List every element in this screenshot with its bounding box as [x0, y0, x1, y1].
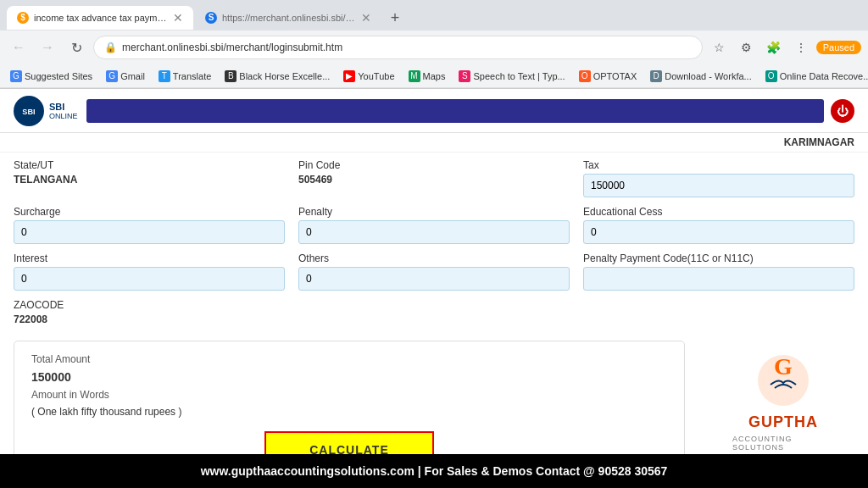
tab-title-1: income tax advance tax paymen... [34, 13, 168, 23]
calculate-button[interactable]: CALCULATE [264, 431, 434, 454]
bookmark-label-speech: Speech to Text | Typ... [473, 71, 565, 81]
tab-favicon-2: S [205, 12, 217, 24]
tab-bar: $ income tax advance tax paymen... ✕ S h… [0, 0, 868, 30]
address-text: merchant.onlinesbi.sbi/merchant/loginsub… [122, 42, 692, 53]
sbi-header: SBI SBI ONLINE ⏻ [0, 89, 868, 133]
guptha-logo-container: G [754, 351, 813, 410]
bookmark-gmail[interactable]: G Gmail [103, 69, 148, 84]
amount-words-value: ( One lakh fifty thousand rupees ) [31, 406, 667, 418]
interest-input[interactable] [14, 267, 285, 291]
bookmark-label-maps: Maps [423, 71, 446, 81]
bookmark-label-optotax: OPTOTAX [593, 71, 637, 81]
top-partial-city: KARIMNAGAR [574, 136, 854, 148]
educational-cess-label: Educational Cess [583, 206, 854, 218]
others-input[interactable] [298, 267, 570, 291]
form-row-3: Interest Others Penalty Payment Code(11C… [14, 252, 854, 291]
interest-group: Interest [14, 252, 285, 291]
amount-words-label: Amount in Words [31, 389, 667, 401]
new-tab-button[interactable]: + [383, 6, 407, 30]
total-area: Total Amount 150000 Amount in Words ( On… [0, 334, 698, 454]
bookmark-download[interactable]: D Download - Workfa... [647, 69, 755, 84]
bookmark-maps[interactable]: M Maps [405, 69, 449, 84]
sbi-logo: SBI SBI ONLINE [14, 96, 78, 126]
back-button[interactable]: ← [7, 36, 31, 59]
tab-inactive[interactable]: S https://merchant.onlinesbi.sbi/m... ✕ [195, 6, 381, 30]
tab-favicon-1: $ [17, 12, 29, 24]
penalty-code-label: Penalty Payment Code(11C or N11C) [583, 252, 854, 264]
bookmark-label-online: Online Data Recove... [780, 71, 868, 81]
bookmark-icon[interactable]: ☆ [708, 36, 732, 59]
guptha-logo: G GUPTHA ACCOUNTING SOLUTIONS [724, 342, 843, 454]
penalty-code-input[interactable] [583, 267, 854, 291]
reload-button[interactable]: ↻ [64, 36, 88, 59]
pincode-label: Pin Code [298, 159, 570, 171]
bookmark-icon-speech: S [459, 70, 470, 82]
bookmark-icon-google: G [10, 70, 22, 82]
bookmark-suggested[interactable]: G Suggested Sites [7, 69, 96, 84]
pincode-group: Pin Code 505469 [298, 159, 570, 197]
more-icon[interactable]: ⋮ [789, 36, 813, 59]
tax-label: Tax [583, 159, 854, 171]
tab-title-2: https://merchant.onlinesbi.sbi/m... [222, 13, 356, 23]
zaocode-value: 722008 [14, 313, 854, 325]
svg-text:G: G [774, 353, 793, 380]
tab-close-2[interactable]: ✕ [361, 11, 371, 25]
content-area: SBI SBI ONLINE ⏻ KARIMNAGAR [0, 89, 868, 454]
tax-group: Tax [583, 159, 854, 197]
tab-close-1[interactable]: ✕ [173, 11, 183, 25]
settings-icon[interactable]: ⚙ [735, 36, 759, 59]
total-box: Total Amount 150000 Amount in Words ( On… [14, 341, 685, 454]
bookmark-blackhorse[interactable]: B Black Horse Excelle... [221, 69, 333, 84]
zaocode-label: ZAOCODE [14, 299, 854, 311]
extension-icon[interactable]: 🧩 [762, 36, 786, 59]
bookmark-icon-optotax: O [579, 70, 591, 82]
others-group: Others [298, 252, 570, 291]
sbi-text: SBI ONLINE [49, 102, 78, 120]
address-bar[interactable]: 🔒 merchant.onlinesbi.sbi/merchant/logins… [93, 36, 703, 59]
bookmark-label-yt: YouTube [358, 71, 394, 81]
bookmark-label-translate: Translate [173, 71, 211, 81]
bookmark-youtube[interactable]: ▶ YouTube [340, 69, 398, 84]
bookmark-icon-black: B [225, 70, 236, 82]
total-amount-value: 150000 [31, 370, 667, 384]
power-button[interactable]: ⏻ [831, 99, 854, 123]
sbi-header-bar [86, 99, 824, 123]
zaocode-group: ZAOCODE 722008 [14, 299, 854, 325]
tab-active[interactable]: $ income tax advance tax paymen... ✕ [7, 6, 193, 30]
bookmark-icon-online: O [765, 70, 777, 82]
guptha-name: GUPTHA [748, 413, 818, 431]
bookmark-label-black: Black Horse Excelle... [239, 71, 330, 81]
bookmark-label-gmail: Gmail [120, 71, 145, 81]
bookmark-label-download: Download - Workfa... [665, 71, 752, 81]
bookmark-icon-yt: ▶ [343, 70, 355, 82]
state-label: State/UT [14, 159, 285, 171]
bookmark-translate[interactable]: T Translate [155, 69, 214, 84]
calculate-btn-wrapper: CALCULATE [31, 431, 667, 454]
tax-input[interactable] [583, 174, 854, 197]
bookmark-online[interactable]: O Online Data Recove... [762, 69, 868, 84]
bookmark-optotax[interactable]: O OPTOTAX [576, 69, 641, 84]
bookmark-icon-g: G [106, 70, 118, 82]
others-label: Others [298, 252, 570, 264]
form-row-2: Surcharge Penalty Educational Cess [14, 206, 854, 244]
sbi-sub-label: ONLINE [49, 112, 78, 120]
educational-cess-group: Educational Cess [583, 206, 854, 244]
top-partial-row: KARIMNAGAR [0, 133, 868, 152]
footer-text: www.gupthaaccountingsolutions.com | For … [201, 464, 668, 478]
form-row-1: State/UT TELANGANA Pin Code 505469 Tax [14, 159, 854, 197]
state-group: State/UT TELANGANA [14, 159, 285, 197]
surcharge-input[interactable] [14, 220, 285, 244]
right-panel: G GUPTHA ACCOUNTING SOLUTIONS Activate W… [698, 334, 868, 454]
penalty-input[interactable] [298, 220, 570, 244]
bookmark-label-suggested: Suggested Sites [25, 71, 92, 81]
penalty-group: Penalty [298, 206, 570, 244]
sbi-icon: SBI [14, 96, 44, 126]
bookmark-icon-maps: M [409, 70, 420, 82]
pincode-value: 505469 [298, 174, 570, 186]
paused-button[interactable]: Paused [816, 41, 861, 54]
nav-bar: ← → ↻ 🔒 merchant.onlinesbi.sbi/merchant/… [0, 30, 868, 64]
educational-cess-input[interactable] [583, 220, 854, 244]
forward-button[interactable]: → [36, 36, 59, 59]
lock-icon: 🔒 [104, 42, 117, 53]
bookmark-speech[interactable]: S Speech to Text | Typ... [455, 69, 568, 84]
